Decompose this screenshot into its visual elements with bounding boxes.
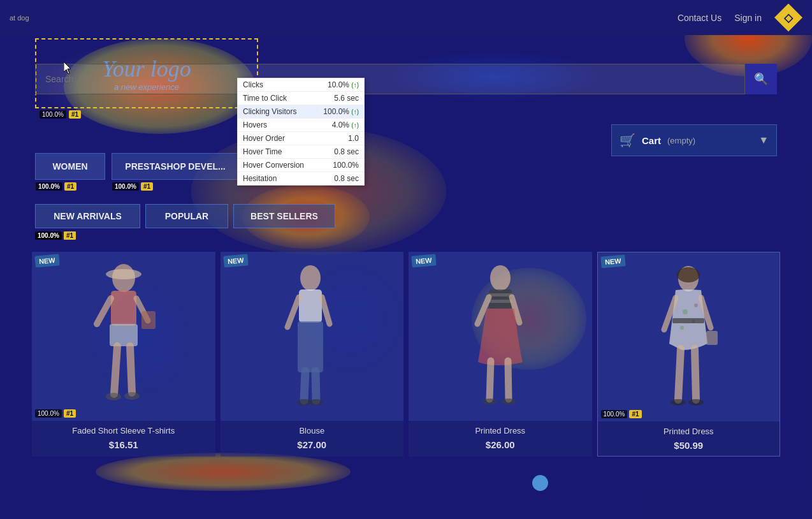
logo-stats-badge: 100.0% #1	[40, 110, 81, 119]
tooltip-row-hoverconv: Hover Conversion 100.0%	[238, 159, 364, 172]
product-img-3: NEW	[409, 252, 592, 421]
svg-point-41	[671, 399, 686, 406]
product-name-2: Blouse	[221, 421, 404, 438]
prod4-rank: #1	[629, 410, 641, 418]
product-figure-1	[85, 260, 162, 413]
svg-rect-5	[110, 324, 138, 346]
tooltip-label-timetoc: Time to Click	[243, 94, 287, 103]
product-badge-2: NEW	[223, 254, 248, 267]
product-name-3: Printed Dress	[409, 421, 592, 438]
nav-tab-prestashop-label: PRESTASHOP DEVEL...	[125, 161, 225, 172]
nav-tab-women[interactable]: WOMEN 100.0% #1	[35, 153, 105, 180]
nav-women-rank: #1	[64, 182, 76, 191]
prod4-pct: 100.0%	[601, 410, 628, 418]
tab-new-arrivals[interactable]: NEW ARRIVALS 100.0% #1	[35, 204, 140, 228]
svg-point-11	[300, 265, 321, 291]
svg-point-19	[309, 399, 323, 406]
svg-point-28	[482, 398, 497, 405]
tooltip-up-hovers: (↑)	[351, 122, 359, 129]
search-input[interactable]	[35, 64, 745, 94]
cart-status: (empty)	[667, 136, 695, 145]
product-card-2[interactable]: NEW Blouse $27.00	[221, 252, 404, 457]
nav-women-pct: 100.0%	[36, 182, 62, 191]
tooltip-value-hovertime: 0.8 sec	[334, 147, 359, 156]
svg-point-20	[490, 265, 511, 291]
svg-line-17	[315, 371, 316, 400]
product-stats-badge-4: 100.0% #1	[601, 410, 642, 418]
svg-line-13	[287, 297, 299, 327]
sign-in-link[interactable]: Sign in	[734, 13, 762, 23]
tooltip-label-clicking: Clicking Visitors	[243, 107, 296, 116]
svg-point-35	[694, 303, 698, 307]
tooltip-value-clicks: 10.0% (↑)	[328, 80, 359, 89]
svg-rect-23	[489, 300, 512, 303]
tooltip-row-hovers: Hovers 4.0% (↑)	[238, 119, 364, 132]
product-stats-badge-1: 100.0% #1	[35, 409, 76, 418]
feat-best-rank: #1	[64, 231, 76, 240]
tooltip-value-hoverconv: 100.0%	[333, 161, 359, 170]
nav-prestashop-rank: #1	[141, 182, 153, 191]
svg-rect-15	[298, 321, 323, 372]
svg-line-26	[489, 361, 491, 399]
product-card-3[interactable]: NEW Printed Dress $26.00	[409, 252, 592, 457]
tooltip-value-hesitation: 0.8 sec	[334, 174, 359, 183]
svg-line-39	[678, 349, 681, 400]
search-area: 🔍	[35, 64, 777, 94]
tooltip-value-timetoc: 5.6 sec	[334, 94, 359, 103]
product-price-2: $27.00	[221, 438, 404, 455]
nav-tab-prestashop[interactable]: PRESTASHOP DEVEL... 100.0% #1	[112, 153, 239, 180]
tooltip-label-hoverorder: Hover Order	[243, 134, 285, 143]
prod1-rank: #1	[64, 409, 76, 418]
tooltip-label-hesitation: Hesitation	[243, 174, 277, 183]
contact-us-link[interactable]: Contact Us	[678, 13, 721, 23]
svg-rect-43	[706, 331, 718, 345]
feat-best-badge: 100.0% #1	[35, 231, 76, 240]
tooltip-value-hovers: 4.0% (↑)	[332, 121, 359, 129]
svg-rect-12	[299, 289, 322, 323]
nav-area: WOMEN 100.0% #1 PRESTASHOP DEVEL... 100.…	[35, 153, 239, 180]
diamond-icon: ◇	[774, 4, 802, 32]
tooltip-label-hovertime: Hover Time	[243, 147, 282, 156]
product-card-1[interactable]: NEW	[32, 252, 215, 457]
product-figure-3	[462, 260, 539, 413]
products-grid: NEW	[32, 252, 780, 457]
search-button[interactable]: 🔍	[745, 64, 777, 94]
feat-best-pct: 100.0%	[35, 231, 62, 240]
svg-point-42	[688, 399, 704, 406]
svg-line-3	[97, 298, 111, 324]
cart-chevron-icon: ▼	[758, 135, 769, 146]
product-figure-4	[650, 261, 727, 414]
svg-line-14	[322, 297, 330, 324]
nav-women-badge: 100.0% #1	[36, 182, 76, 191]
header-nav: Contact Us Sign in ◇	[678, 4, 802, 32]
svg-point-9	[124, 392, 140, 400]
cart-icon: 🛒	[620, 133, 635, 148]
svg-line-6	[114, 346, 117, 394]
product-price-1: $16.51	[32, 438, 215, 455]
logo-stats-rank: #1	[69, 110, 81, 119]
tooltip-row-clicking: Clicking Visitors 100.0% (↑)	[238, 105, 364, 119]
tooltip-row-timetoc: Time to Click 5.6 sec	[238, 92, 364, 105]
svg-rect-22	[489, 293, 512, 296]
tab-best-sellers[interactable]: BEST SELLERS 100.0% #1	[233, 204, 335, 228]
svg-point-31	[677, 267, 700, 282]
tooltip-popup: Clicks 10.0% (↑) Time to Click 5.6 sec C…	[237, 78, 365, 186]
product-img-4: NEW	[598, 252, 780, 421]
tooltip-label-hovers: Hovers	[243, 121, 267, 129]
tooltip-value-clicking: 100.0% (↑)	[323, 107, 359, 116]
svg-line-7	[130, 346, 132, 393]
tab-new-arrivals-label: NEW ARRIVALS	[54, 211, 122, 221]
product-name-4: Printed Dress	[598, 421, 780, 439]
product-badge-1: NEW	[34, 254, 59, 267]
svg-line-16	[304, 371, 305, 400]
cart-label: Cart	[642, 135, 661, 146]
featured-area: NEW ARRIVALS 100.0% #1 POPULAR 100.0% #1…	[35, 204, 335, 228]
cart-widget[interactable]: 🛒 Cart (empty) ▼	[611, 124, 777, 156]
product-card-4[interactable]: NEW	[597, 252, 781, 457]
product-img-2: NEW	[221, 252, 404, 421]
product-badge-4: NEW	[600, 254, 625, 268]
product-badge-3: NEW	[411, 254, 436, 267]
tab-best-sellers-label: BEST SELLERS	[250, 211, 318, 221]
svg-point-34	[680, 326, 684, 330]
tab-popular[interactable]: POPULAR 100.0% #1	[145, 204, 228, 228]
